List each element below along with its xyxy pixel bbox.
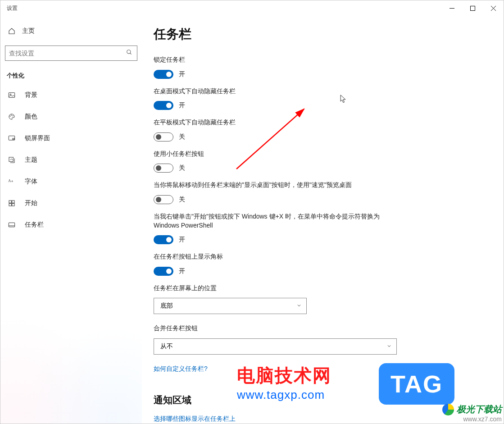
- setting-label: 在桌面模式下自动隐藏任务栏: [154, 87, 406, 96]
- sidebar-item-label: 字体: [25, 178, 37, 186]
- sidebar-item-start[interactable]: 开始: [0, 192, 142, 214]
- toggle-autohide-tablet[interactable]: [154, 132, 173, 141]
- toggle-state: 关: [179, 196, 185, 204]
- link-select-icons[interactable]: 选择哪些图标显示在任务栏上: [154, 415, 236, 423]
- setting-label: 当你将鼠标移动到任务栏末端的"显示桌面"按钮时，使用"速览"预览桌面: [154, 181, 406, 190]
- sidebar-item-label: 开始: [25, 199, 37, 207]
- sidebar-item-label: 颜色: [25, 113, 37, 121]
- svg-rect-6: [9, 93, 14, 98]
- svg-line-5: [130, 53, 132, 55]
- sidebar-item-fonts[interactable]: AA 字体: [0, 171, 142, 192]
- setting-label: 在任务栏按钮上显示角标: [154, 252, 406, 261]
- category-header: 个性化: [0, 69, 142, 84]
- picture-icon: [8, 91, 16, 99]
- theme-icon: [8, 156, 16, 164]
- setting-powershell: 当我右键单击"开始"按钮或按下 Windows 键+X 时，在菜单中将命令提示符…: [154, 212, 406, 244]
- setting-taskbar-position: 任务栏在屏幕上的位置 底部: [154, 284, 406, 315]
- svg-rect-19: [12, 204, 14, 206]
- sidebar-item-label: 主题: [25, 156, 37, 164]
- page-title: 任务栏: [154, 26, 490, 43]
- sidebar-blur-bg: [0, 311, 142, 424]
- setting-combine-buttons: 合并任务栏按钮 从不: [154, 324, 406, 355]
- svg-text:A: A: [8, 178, 11, 183]
- palette-icon: [8, 113, 16, 120]
- dropdown-value: 底部: [160, 302, 173, 310]
- start-icon: [8, 200, 16, 207]
- toggle-peek-desktop[interactable]: [154, 195, 173, 204]
- sidebar-item-label: 锁屏界面: [25, 134, 50, 142]
- dropdown-combine-buttons[interactable]: 从不: [154, 338, 397, 355]
- home-label: 主页: [22, 27, 35, 35]
- home-nav[interactable]: 主页: [0, 21, 142, 41]
- setting-peek-desktop: 当你将鼠标移动到任务栏末端的"显示桌面"按钮时，使用"速览"预览桌面 关: [154, 181, 406, 204]
- main-content: 任务栏 锁定任务栏 开 在桌面模式下自动隐藏任务栏 开 在平板模式下自动隐藏任务…: [142, 16, 504, 424]
- svg-point-8: [10, 116, 10, 116]
- svg-rect-16: [9, 201, 11, 203]
- toggle-state: 关: [179, 133, 185, 141]
- svg-point-4: [127, 50, 131, 54]
- sidebar-item-label: 背景: [25, 91, 37, 99]
- lockscreen-icon: [8, 135, 16, 142]
- chevron-down-icon: [296, 302, 302, 310]
- toggle-state: 开: [179, 267, 185, 275]
- taskbar-icon: [8, 221, 16, 228]
- sidebar-item-background[interactable]: 背景: [0, 84, 142, 106]
- svg-point-9: [11, 115, 12, 115]
- setting-autohide-tablet: 在平板模式下自动隐藏任务栏 关: [154, 118, 406, 141]
- setting-label: 锁定任务栏: [154, 55, 406, 64]
- toggle-state: 开: [179, 101, 185, 109]
- toggle-powershell[interactable]: [154, 235, 173, 244]
- toggle-small-buttons[interactable]: [154, 164, 173, 173]
- setting-badges: 在任务栏按钮上显示角标 开: [154, 252, 406, 276]
- setting-label: 使用小任务栏按钮: [154, 150, 406, 159]
- font-icon: AA: [8, 178, 16, 185]
- setting-lock-taskbar: 锁定任务栏 开: [154, 55, 406, 79]
- svg-rect-20: [9, 223, 14, 227]
- setting-autohide-desktop: 在桌面模式下自动隐藏任务栏 开: [154, 87, 406, 110]
- toggle-badges[interactable]: [154, 267, 173, 276]
- section-title-notification-area: 通知区域: [154, 394, 490, 406]
- svg-text:A: A: [11, 180, 14, 182]
- help-link-customize-taskbar[interactable]: 如何自定义任务栏?: [154, 365, 208, 373]
- setting-label: 合并任务栏按钮: [154, 324, 406, 333]
- toggle-autohide-desktop[interactable]: [154, 101, 173, 110]
- minimize-button[interactable]: [441, 0, 462, 16]
- sidebar-item-label: 任务栏: [25, 221, 44, 229]
- dropdown-value: 从不: [160, 342, 173, 351]
- toggle-state: 开: [179, 70, 185, 78]
- svg-rect-17: [12, 201, 14, 203]
- toggle-state: 关: [179, 164, 185, 172]
- title-bar: 设置: [0, 0, 504, 16]
- svg-rect-18: [9, 204, 11, 206]
- search-input[interactable]: [9, 50, 126, 57]
- toggle-state: 开: [179, 236, 185, 244]
- setting-label: 当我右键单击"开始"按钮或按下 Windows 键+X 时，在菜单中将命令提示符…: [154, 212, 406, 230]
- chevron-down-icon: [386, 343, 392, 350]
- window-controls: [441, 0, 504, 16]
- setting-label: 在平板模式下自动隐藏任务栏: [154, 118, 406, 127]
- setting-small-buttons: 使用小任务栏按钮 关: [154, 150, 406, 173]
- sidebar-item-taskbar[interactable]: 任务栏: [0, 214, 142, 236]
- setting-label: 任务栏在屏幕上的位置: [154, 284, 406, 293]
- toggle-lock-taskbar[interactable]: [154, 70, 173, 79]
- maximize-button[interactable]: [462, 0, 483, 16]
- svg-point-10: [13, 115, 13, 116]
- home-icon: [8, 27, 16, 35]
- dropdown-taskbar-position[interactable]: 底部: [154, 298, 307, 314]
- window-title: 设置: [7, 5, 18, 12]
- sidebar-item-lockscreen[interactable]: 锁屏界面: [0, 128, 142, 149]
- svg-rect-12: [13, 138, 14, 140]
- search-box[interactable]: [5, 46, 137, 61]
- sidebar-item-colors[interactable]: 颜色: [0, 106, 142, 128]
- svg-rect-1: [470, 6, 475, 10]
- search-icon: [126, 49, 133, 57]
- sidebar-item-themes[interactable]: 主题: [0, 149, 142, 171]
- sidebar: 主页 个性化 背景 颜色 锁屏界面 主题 AA 字体: [0, 16, 142, 424]
- close-button[interactable]: [483, 0, 504, 16]
